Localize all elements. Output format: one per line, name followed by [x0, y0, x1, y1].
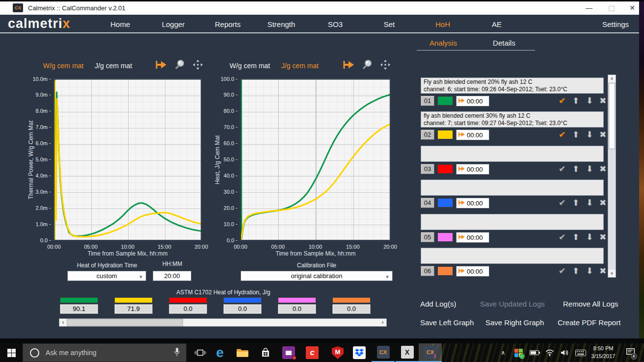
nav-item-ae[interactable]: AE [492, 20, 502, 28]
left-chart-graph-cursor-arrow-icon[interactable] [154, 59, 168, 71]
log-entry-1-remove-icon[interactable]: ✖ [597, 96, 609, 106]
nav-item-reports[interactable]: Reports [215, 20, 241, 28]
log-entry-6-move-up-icon[interactable]: ⬆ [570, 266, 582, 277]
left-chart-plot-area[interactable] [54, 79, 201, 240]
nav-item-set[interactable]: Set [384, 20, 395, 28]
log-entry-4-time-offset-input[interactable]: 00:00 [456, 198, 489, 208]
action-center-icon[interactable]: 4 [622, 343, 638, 362]
mcafee-icon[interactable]: M [328, 343, 348, 362]
close-button[interactable]: ✕ [624, 2, 640, 14]
left-chart-graph-pan-icon[interactable] [191, 59, 205, 71]
log-entry-1-color-swatch[interactable] [437, 96, 453, 105]
scroll-up-icon[interactable]: ∧ [608, 75, 616, 82]
log-entry-3-move-up-icon[interactable]: ⬆ [570, 164, 582, 175]
log-entry-6-remove-icon[interactable]: ✖ [597, 266, 609, 277]
left-chart-tab-w-g-cem-mat[interactable]: W/g cem mat [43, 62, 83, 70]
add-logs-button[interactable]: Add Log(s) [420, 300, 456, 308]
right-chart-graph-pan-icon[interactable] [378, 59, 392, 71]
windows-store-icon[interactable] [256, 343, 275, 362]
left-chart-graph-zoom-icon[interactable] [173, 59, 187, 71]
log-list-scrollbar-thumb[interactable] [609, 83, 615, 149]
scroll-left-icon[interactable]: ‹ [59, 319, 67, 326]
log-entry-4-remove-icon[interactable]: ✖ [597, 198, 609, 208]
log-entry-3-apply-check-icon[interactable]: ✔ [556, 164, 568, 175]
log-entry-1-move-down-icon[interactable]: ⬇ [584, 96, 595, 106]
log-entry-5-move-down-icon[interactable]: ⬇ [584, 232, 595, 243]
tray-clock[interactable]: 8:50 PM 3/15/2017 [589, 344, 617, 361]
tray-security-icon[interactable]: ✓ [511, 343, 525, 362]
nav-item-so3[interactable]: SO3 [328, 20, 343, 28]
remove-all-logs-button[interactable]: Remove All Logs [563, 300, 618, 308]
log-entry-2-apply-check-icon[interactable]: ✔ [556, 129, 568, 140]
save-right-graph-button[interactable]: Save Right Graph [485, 318, 544, 327]
nav-item-hoh[interactable]: HoH [435, 20, 450, 28]
horizontal-scrollbar-thumb[interactable] [67, 319, 183, 326]
log-entry-3-color-swatch[interactable] [437, 164, 453, 174]
edge-browser-icon[interactable]: e [210, 343, 230, 362]
dropbox-icon[interactable] [349, 343, 369, 362]
taskbar-window-gray-app[interactable]: X [396, 343, 419, 362]
tray-volume-icon[interactable] [558, 343, 572, 362]
tray-chevron-up-icon[interactable]: ∧ [497, 343, 510, 362]
nav-item-home[interactable]: Home [110, 20, 130, 28]
log-list-scrollbar[interactable]: ∧ ∨ [608, 75, 616, 278]
log-entry-2-move-up-icon[interactable]: ⬆ [570, 129, 582, 140]
minimize-button[interactable]: — [581, 2, 597, 14]
right-chart-graph-cursor-arrow-icon[interactable] [342, 59, 355, 71]
create-pdf-report-button[interactable]: Create PDF Report [558, 318, 620, 327]
log-entry-3-remove-icon[interactable]: ✖ [597, 164, 609, 175]
nav-item-logger[interactable]: Logger [162, 20, 185, 28]
log-entry-2-remove-icon[interactable]: ✖ [597, 129, 609, 140]
start-button[interactable] [0, 343, 23, 362]
log-entry-4-move-up-icon[interactable]: ⬆ [570, 198, 582, 208]
log-entry-1-time-offset-input[interactable]: 00:00 [456, 96, 489, 106]
log-entry-6-color-swatch[interactable] [437, 266, 453, 276]
file-explorer-icon[interactable] [233, 343, 252, 362]
maximize-button[interactable] [609, 6, 615, 11]
left-chart-tab-j-g-cem-mat[interactable]: J/g cem mat [95, 62, 132, 70]
taskbar-window-calcommander-active[interactable]: CX2 [419, 343, 442, 362]
log-entry-4-move-down-icon[interactable]: ⬇ [584, 198, 595, 208]
right-chart-plot-area[interactable] [241, 79, 390, 240]
tab-analysis[interactable]: Analysis [429, 39, 457, 47]
nav-item-strength[interactable]: Strength [268, 20, 295, 28]
scroll-down-icon[interactable]: ∨ [608, 270, 616, 277]
log-entry-4-color-swatch[interactable] [437, 198, 453, 207]
tray-wifi-icon[interactable] [543, 343, 557, 362]
nav-item-settings[interactable]: Settings [602, 20, 629, 28]
log-entry-6-move-down-icon[interactable]: ⬇ [584, 266, 595, 277]
log-entry-3-move-down-icon[interactable]: ⬇ [584, 164, 595, 175]
right-chart-tab-w-g-cem-mat[interactable]: W/g cem mat [230, 62, 270, 70]
log-entry-6-apply-check-icon[interactable]: ✔ [556, 266, 568, 277]
log-entry-5-move-up-icon[interactable]: ⬆ [570, 232, 582, 243]
calibration-file-dropdown[interactable]: original calibration ▼ [241, 271, 393, 281]
log-entry-1-move-up-icon[interactable]: ⬆ [570, 96, 582, 106]
tab-details[interactable]: Details [493, 39, 515, 47]
red-app-icon[interactable]: c [302, 343, 322, 362]
log-entry-5-remove-icon[interactable]: ✖ [597, 232, 609, 243]
horizontal-scrollbar[interactable]: ‹ › [59, 318, 387, 327]
save-updated-logs-button[interactable]: Save Updated Logs [480, 300, 545, 308]
log-entry-1-apply-check-icon[interactable]: ✔ [556, 96, 568, 106]
log-entry-3-time-offset-input[interactable]: 00:00 [456, 164, 489, 175]
save-left-graph-button[interactable]: Save Left Graph [420, 318, 474, 327]
scroll-right-icon[interactable]: › [379, 319, 386, 326]
log-entry-2-move-down-icon[interactable]: ⬇ [584, 129, 595, 140]
log-entry-4-apply-check-icon[interactable]: ✔ [556, 198, 568, 208]
microphone-icon[interactable] [174, 347, 180, 359]
right-chart-tab-j-g-cem-mat[interactable]: J/g cem mat [281, 62, 319, 70]
log-entry-2-color-swatch[interactable] [437, 130, 453, 139]
tray-battery-icon[interactable] [527, 343, 541, 362]
purple-app-icon[interactable] [279, 343, 298, 362]
hhmm-input[interactable]: 20:00 [153, 271, 191, 281]
right-chart-graph-zoom-icon[interactable] [360, 59, 374, 71]
log-entry-6-time-offset-input[interactable]: 00:00 [456, 266, 489, 277]
log-entry-2-time-offset-input[interactable]: 00:00 [456, 129, 489, 140]
task-view-button[interactable] [190, 343, 210, 362]
taskbar-search-input[interactable]: Ask me anything [23, 343, 187, 362]
log-entry-5-color-swatch[interactable] [437, 233, 453, 242]
hoh-time-dropdown[interactable]: custom ▼ [67, 271, 146, 281]
log-entry-5-time-offset-input[interactable]: 00:00 [456, 232, 489, 243]
taskbar-window-calcommander-1[interactable]: CX [372, 343, 395, 362]
log-entry-5-apply-check-icon[interactable]: ✔ [556, 232, 568, 243]
